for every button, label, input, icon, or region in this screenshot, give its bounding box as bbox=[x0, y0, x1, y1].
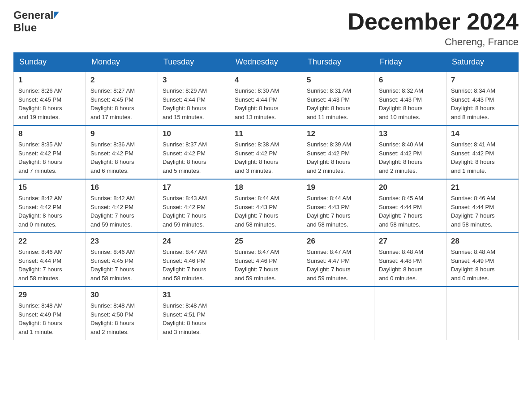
day-info: Sunrise: 8:37 AM Sunset: 4:42 PM Dayligh… bbox=[163, 140, 225, 175]
location: Chereng, France bbox=[348, 36, 519, 48]
calendar-cell: 24Sunrise: 8:47 AM Sunset: 4:46 PM Dayli… bbox=[158, 233, 230, 287]
calendar-cell: 20Sunrise: 8:45 AM Sunset: 4:44 PM Dayli… bbox=[374, 179, 446, 233]
day-info: Sunrise: 8:47 AM Sunset: 4:46 PM Dayligh… bbox=[235, 248, 297, 283]
day-info: Sunrise: 8:48 AM Sunset: 4:50 PM Dayligh… bbox=[90, 301, 153, 336]
day-info: Sunrise: 8:42 AM Sunset: 4:42 PM Dayligh… bbox=[90, 194, 153, 229]
day-info: Sunrise: 8:44 AM Sunset: 4:43 PM Dayligh… bbox=[235, 194, 297, 229]
day-number: 28 bbox=[451, 237, 514, 246]
day-info: Sunrise: 8:46 AM Sunset: 4:44 PM Dayligh… bbox=[18, 248, 81, 283]
day-number: 13 bbox=[379, 129, 442, 138]
day-info: Sunrise: 8:35 AM Sunset: 4:42 PM Dayligh… bbox=[18, 140, 81, 175]
day-info: Sunrise: 8:39 AM Sunset: 4:42 PM Dayligh… bbox=[307, 140, 369, 175]
logo-blue-text: Blue bbox=[13, 21, 37, 34]
day-info: Sunrise: 8:41 AM Sunset: 4:42 PM Dayligh… bbox=[451, 140, 514, 175]
day-info: Sunrise: 8:45 AM Sunset: 4:44 PM Dayligh… bbox=[379, 194, 442, 229]
day-number: 3 bbox=[163, 76, 225, 85]
day-number: 29 bbox=[18, 291, 81, 300]
day-number: 18 bbox=[235, 183, 297, 192]
day-info: Sunrise: 8:46 AM Sunset: 4:44 PM Dayligh… bbox=[451, 194, 514, 229]
calendar-body: 1Sunrise: 8:26 AM Sunset: 4:45 PM Daylig… bbox=[14, 72, 519, 340]
calendar-cell: 21Sunrise: 8:46 AM Sunset: 4:44 PM Dayli… bbox=[446, 179, 519, 233]
day-number: 12 bbox=[307, 129, 369, 138]
calendar-cell: 10Sunrise: 8:37 AM Sunset: 4:42 PM Dayli… bbox=[158, 125, 230, 179]
calendar-cell: 8Sunrise: 8:35 AM Sunset: 4:42 PM Daylig… bbox=[14, 125, 86, 179]
calendar-cell: 28Sunrise: 8:48 AM Sunset: 4:49 PM Dayli… bbox=[446, 233, 519, 287]
day-info: Sunrise: 8:40 AM Sunset: 4:42 PM Dayligh… bbox=[379, 140, 442, 175]
day-number: 10 bbox=[163, 129, 225, 138]
calendar-header: SundayMondayTuesdayWednesdayThursdayFrid… bbox=[14, 53, 519, 72]
day-number: 1 bbox=[18, 76, 81, 85]
day-of-week-tuesday: Tuesday bbox=[158, 53, 230, 72]
page-header: General Blue December 2024 Chereng, Fran… bbox=[13, 9, 519, 48]
calendar-cell: 2Sunrise: 8:27 AM Sunset: 4:45 PM Daylig… bbox=[86, 72, 158, 125]
logo: General Blue bbox=[13, 9, 59, 34]
calendar-cell: 9Sunrise: 8:36 AM Sunset: 4:42 PM Daylig… bbox=[86, 125, 158, 179]
calendar-cell bbox=[374, 287, 446, 340]
day-number: 14 bbox=[451, 129, 514, 138]
calendar-cell: 26Sunrise: 8:47 AM Sunset: 4:47 PM Dayli… bbox=[302, 233, 374, 287]
calendar-cell: 25Sunrise: 8:47 AM Sunset: 4:46 PM Dayli… bbox=[230, 233, 302, 287]
day-of-week-thursday: Thursday bbox=[302, 53, 374, 72]
calendar-cell: 23Sunrise: 8:46 AM Sunset: 4:45 PM Dayli… bbox=[86, 233, 158, 287]
day-of-week-sunday: Sunday bbox=[14, 53, 86, 72]
calendar-cell bbox=[230, 287, 302, 340]
calendar-week-row: 15Sunrise: 8:42 AM Sunset: 4:42 PM Dayli… bbox=[14, 179, 519, 233]
day-number: 22 bbox=[18, 237, 81, 246]
calendar-cell: 7Sunrise: 8:34 AM Sunset: 4:43 PM Daylig… bbox=[446, 72, 519, 125]
day-number: 6 bbox=[379, 76, 442, 85]
day-info: Sunrise: 8:47 AM Sunset: 4:46 PM Dayligh… bbox=[163, 248, 225, 283]
day-info: Sunrise: 8:29 AM Sunset: 4:44 PM Dayligh… bbox=[163, 86, 225, 121]
calendar-cell: 29Sunrise: 8:48 AM Sunset: 4:49 PM Dayli… bbox=[14, 287, 86, 340]
day-number: 19 bbox=[307, 183, 369, 192]
calendar-cell: 11Sunrise: 8:38 AM Sunset: 4:42 PM Dayli… bbox=[230, 125, 302, 179]
day-number: 25 bbox=[235, 237, 297, 246]
day-info: Sunrise: 8:47 AM Sunset: 4:47 PM Dayligh… bbox=[307, 248, 369, 283]
calendar-cell: 18Sunrise: 8:44 AM Sunset: 4:43 PM Dayli… bbox=[230, 179, 302, 233]
logo-triangle-icon bbox=[54, 12, 59, 19]
day-number: 11 bbox=[235, 129, 297, 138]
calendar-cell: 31Sunrise: 8:48 AM Sunset: 4:51 PM Dayli… bbox=[158, 287, 230, 340]
day-number: 23 bbox=[90, 237, 153, 246]
day-info: Sunrise: 8:27 AM Sunset: 4:45 PM Dayligh… bbox=[90, 86, 153, 121]
day-info: Sunrise: 8:43 AM Sunset: 4:42 PM Dayligh… bbox=[163, 194, 225, 229]
day-info: Sunrise: 8:32 AM Sunset: 4:43 PM Dayligh… bbox=[379, 86, 442, 121]
day-info: Sunrise: 8:34 AM Sunset: 4:43 PM Dayligh… bbox=[451, 86, 514, 121]
day-number: 31 bbox=[163, 291, 225, 300]
day-info: Sunrise: 8:38 AM Sunset: 4:42 PM Dayligh… bbox=[235, 140, 297, 175]
month-title: December 2024 bbox=[348, 9, 519, 34]
day-number: 21 bbox=[451, 183, 514, 192]
calendar-cell bbox=[302, 287, 374, 340]
calendar-cell: 5Sunrise: 8:31 AM Sunset: 4:43 PM Daylig… bbox=[302, 72, 374, 125]
calendar-week-row: 22Sunrise: 8:46 AM Sunset: 4:44 PM Dayli… bbox=[14, 233, 519, 287]
day-number: 17 bbox=[163, 183, 225, 192]
day-number: 5 bbox=[307, 76, 369, 85]
day-of-week-saturday: Saturday bbox=[446, 53, 519, 72]
day-number: 20 bbox=[379, 183, 442, 192]
calendar-cell: 3Sunrise: 8:29 AM Sunset: 4:44 PM Daylig… bbox=[158, 72, 230, 125]
day-of-week-monday: Monday bbox=[86, 53, 158, 72]
calendar-cell: 6Sunrise: 8:32 AM Sunset: 4:43 PM Daylig… bbox=[374, 72, 446, 125]
day-info: Sunrise: 8:30 AM Sunset: 4:44 PM Dayligh… bbox=[235, 86, 297, 121]
day-info: Sunrise: 8:31 AM Sunset: 4:43 PM Dayligh… bbox=[307, 86, 369, 121]
day-of-week-wednesday: Wednesday bbox=[230, 53, 302, 72]
calendar-cell: 27Sunrise: 8:48 AM Sunset: 4:48 PM Dayli… bbox=[374, 233, 446, 287]
day-number: 15 bbox=[18, 183, 81, 192]
day-info: Sunrise: 8:48 AM Sunset: 4:49 PM Dayligh… bbox=[451, 248, 514, 283]
day-number: 27 bbox=[379, 237, 442, 246]
day-info: Sunrise: 8:48 AM Sunset: 4:48 PM Dayligh… bbox=[379, 248, 442, 283]
calendar-cell: 22Sunrise: 8:46 AM Sunset: 4:44 PM Dayli… bbox=[14, 233, 86, 287]
calendar-cell: 30Sunrise: 8:48 AM Sunset: 4:50 PM Dayli… bbox=[86, 287, 158, 340]
calendar-cell: 15Sunrise: 8:42 AM Sunset: 4:42 PM Dayli… bbox=[14, 179, 86, 233]
calendar-cell: 13Sunrise: 8:40 AM Sunset: 4:42 PM Dayli… bbox=[374, 125, 446, 179]
day-number: 30 bbox=[90, 291, 153, 300]
calendar-cell: 14Sunrise: 8:41 AM Sunset: 4:42 PM Dayli… bbox=[446, 125, 519, 179]
day-number: 26 bbox=[307, 237, 369, 246]
calendar-cell: 16Sunrise: 8:42 AM Sunset: 4:42 PM Dayli… bbox=[86, 179, 158, 233]
day-info: Sunrise: 8:46 AM Sunset: 4:45 PM Dayligh… bbox=[90, 248, 153, 283]
day-info: Sunrise: 8:36 AM Sunset: 4:42 PM Dayligh… bbox=[90, 140, 153, 175]
day-info: Sunrise: 8:26 AM Sunset: 4:45 PM Dayligh… bbox=[18, 86, 81, 121]
day-info: Sunrise: 8:48 AM Sunset: 4:51 PM Dayligh… bbox=[163, 301, 225, 336]
day-info: Sunrise: 8:44 AM Sunset: 4:43 PM Dayligh… bbox=[307, 194, 369, 229]
calendar-cell bbox=[446, 287, 519, 340]
calendar-cell: 1Sunrise: 8:26 AM Sunset: 4:45 PM Daylig… bbox=[14, 72, 86, 125]
